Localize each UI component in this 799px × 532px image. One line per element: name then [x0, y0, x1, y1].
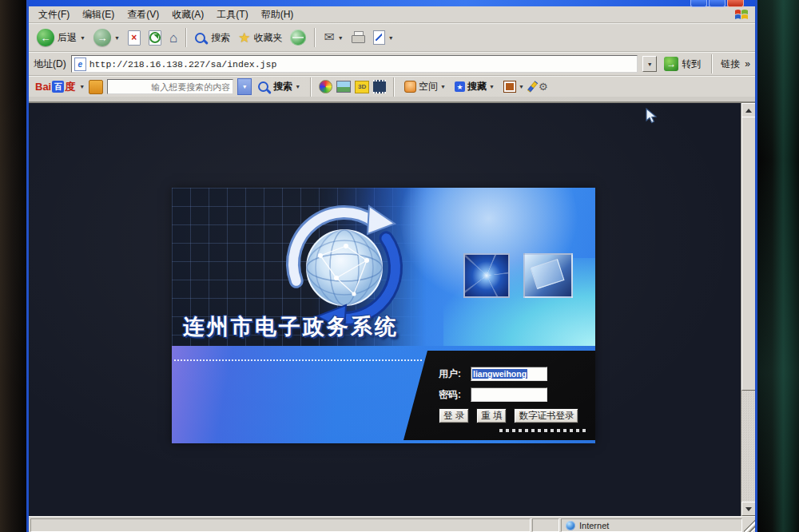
- back-label: 后退: [58, 31, 77, 45]
- mouse-cursor-icon: [644, 108, 658, 127]
- menu-help[interactable]: 帮助(H): [255, 6, 300, 23]
- baidu-space-caret-icon[interactable]: ▼: [440, 84, 446, 89]
- search-button[interactable]: 搜索: [192, 30, 233, 46]
- baidu-space-icon: [404, 81, 416, 93]
- mail-button[interactable]: ✉ ▼: [320, 30, 346, 46]
- back-dropdown-icon[interactable]: ▼: [80, 35, 85, 41]
- baidu-logo-icon: 百: [52, 81, 64, 93]
- login-panel: 用户: liangweihong 密码: 登 录: [403, 351, 595, 440]
- mail-dropdown-icon[interactable]: ▼: [338, 35, 344, 41]
- close-button[interactable]: [727, 0, 744, 7]
- links-chevron-icon[interactable]: »: [745, 58, 750, 69]
- menu-view[interactable]: 查看(V): [121, 6, 165, 23]
- print-button[interactable]: [348, 30, 368, 46]
- stop-button[interactable]: ×: [125, 29, 144, 47]
- baidu-settings-icon[interactable]: ⚙: [539, 81, 548, 92]
- banner-thumbnail-network: [463, 253, 510, 298]
- baidu-3d-icon[interactable]: 3D: [355, 81, 369, 93]
- url-text[interactable]: http://218.16.138.227/sa/index.jsp: [89, 59, 277, 69]
- status-progress-pane: [532, 518, 559, 532]
- windows-flag-icon: [734, 7, 749, 22]
- scrollbar-thumb[interactable]: [741, 117, 755, 391]
- edit-button[interactable]: ▼: [370, 29, 397, 46]
- cert-login-button[interactable]: 数字证书登录: [514, 408, 578, 423]
- menu-file[interactable]: 文件(F): [32, 6, 76, 23]
- refresh-icon: [149, 30, 161, 46]
- window-controls: [690, 0, 744, 7]
- go-label: 转到: [682, 58, 701, 71]
- baidu-video-icon[interactable]: [373, 80, 386, 93]
- go-button[interactable]: → 转到: [662, 56, 703, 72]
- refresh-button[interactable]: [145, 29, 165, 47]
- mail-icon: ✉: [324, 31, 334, 44]
- banner-title: 连州市电子政务系统: [183, 312, 399, 341]
- screen: 文件(F) 编辑(E) 查看(V) 收藏(A) 工具(T) 帮助(H): [26, 0, 757, 532]
- menu-edit[interactable]: 编辑(E): [76, 6, 121, 23]
- home-button[interactable]: ⌂: [166, 30, 181, 46]
- baidu-search-input[interactable]: [107, 79, 233, 94]
- login-buttons: 登 录 重 填 数字证书登录: [439, 408, 578, 423]
- baidu-highlight-icon[interactable]: [527, 81, 538, 93]
- banner-thumbnail-device: [523, 253, 573, 298]
- stop-icon: ×: [128, 30, 141, 46]
- page-icon: e: [74, 58, 86, 71]
- minimize-button[interactable]: [690, 0, 707, 7]
- baidu-logo[interactable]: Bai 百 度: [35, 80, 75, 94]
- address-bar: 地址(D) e http://218.16.138.227/sa/index.j…: [29, 52, 755, 76]
- baidu-snapshot-button[interactable]: ▼: [501, 80, 527, 93]
- resize-grip[interactable]: [744, 518, 755, 532]
- scroll-up-button[interactable]: [741, 103, 755, 117]
- baidu-collect-icon: ★: [455, 81, 465, 92]
- reset-button[interactable]: 重 填: [476, 408, 507, 423]
- toolbar-separator: [314, 28, 316, 47]
- scroll-down-button[interactable]: [741, 502, 755, 516]
- vertical-scrollbar[interactable]: [741, 103, 755, 516]
- favorites-button[interactable]: ★ 收藏夹: [235, 30, 285, 46]
- baidu-space-button[interactable]: 空间 ▼: [402, 79, 448, 94]
- banner-dashed-line: [174, 359, 422, 361]
- username-row: 用户: liangweihong: [439, 367, 547, 381]
- edit-dropdown-icon[interactable]: ▼: [388, 35, 394, 41]
- menu-favorites[interactable]: 收藏(A): [165, 6, 210, 23]
- favorites-star-icon: ★: [238, 31, 250, 45]
- address-dropdown-icon[interactable]: ▼: [642, 56, 657, 72]
- edit-icon: [373, 30, 385, 45]
- monitor-bezel-right: [757, 0, 799, 532]
- baidu-snapshot-caret-icon[interactable]: ▼: [519, 84, 524, 89]
- fine-print-line: [499, 429, 587, 432]
- baidu-logo-dropdown-icon[interactable]: ▼: [79, 84, 85, 89]
- baidu-search-dropdown-icon[interactable]: ▼: [237, 78, 252, 95]
- username-selected-text: liangweihong: [472, 369, 527, 379]
- internet-zone-icon: [566, 521, 575, 530]
- password-row: 密码:: [439, 387, 547, 402]
- baidu-image-icon[interactable]: [336, 81, 351, 93]
- address-input[interactable]: e http://218.16.138.227/sa/index.jsp: [71, 55, 638, 73]
- username-label: 用户:: [439, 367, 471, 381]
- baidu-collect-caret-icon[interactable]: ▼: [489, 84, 495, 89]
- baidu-snapshot-icon: [503, 81, 516, 93]
- baidu-collect-label: 搜藏: [467, 80, 487, 93]
- password-label: 密码:: [439, 388, 471, 402]
- forward-dropdown-icon[interactable]: ▼: [114, 35, 120, 41]
- baidu-search-button[interactable]: 搜索 ▼: [256, 79, 303, 94]
- baidu-collect-button[interactable]: ★ 搜藏 ▼: [452, 79, 497, 94]
- baidu-badge-icon[interactable]: [89, 80, 103, 94]
- favorites-label: 收藏夹: [253, 31, 282, 45]
- baidu-entertainment-icon[interactable]: [319, 80, 332, 93]
- baidu-search-caret-icon[interactable]: ▼: [295, 84, 300, 89]
- username-input[interactable]: liangweihong: [471, 367, 547, 381]
- forward-button[interactable]: → ▼: [90, 27, 123, 48]
- go-arrow-icon: →: [664, 57, 678, 71]
- page-content: 连州市电子政务系统 用户: liangweihong: [29, 101, 755, 516]
- print-icon: [352, 34, 365, 44]
- history-button[interactable]: [287, 28, 309, 47]
- login-button[interactable]: 登 录: [439, 408, 469, 423]
- menu-tools[interactable]: 工具(T): [210, 6, 254, 23]
- baidu-space-label: 空间: [419, 80, 438, 93]
- back-button[interactable]: ← 后退 ▼: [34, 27, 89, 48]
- toolbar: ← 后退 ▼ → ▼ × ⌂: [29, 23, 755, 52]
- links-label[interactable]: 链接: [721, 58, 740, 71]
- password-input[interactable]: [471, 387, 547, 402]
- maximize-button[interactable]: [709, 0, 725, 7]
- history-icon: [290, 30, 306, 46]
